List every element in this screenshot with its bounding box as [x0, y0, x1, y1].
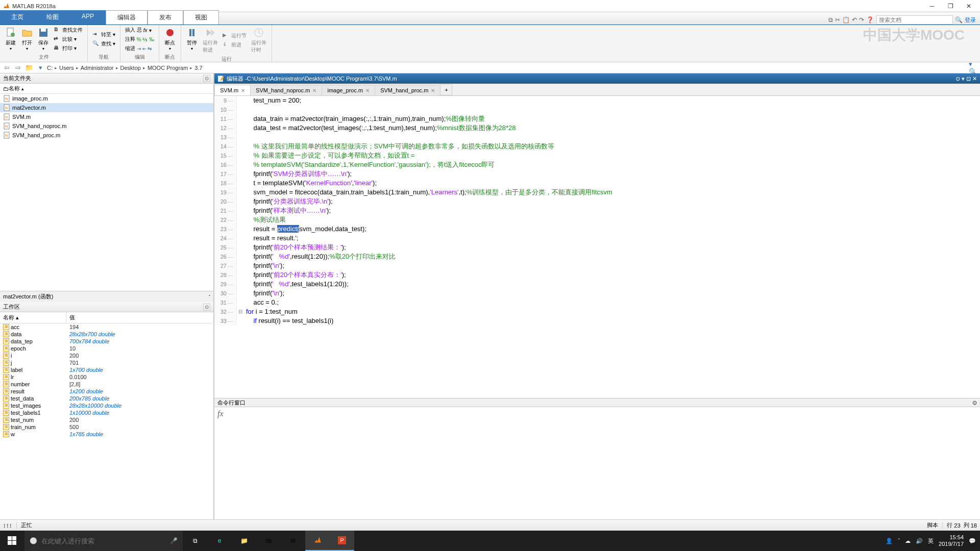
workspace-variable[interactable]: ⊞test_images28x28x10000 double — [0, 402, 213, 409]
editor-tab[interactable]: SVM_hand_proc.m✕ — [375, 85, 440, 95]
workspace-variable[interactable]: ⊞epoch10 — [0, 345, 213, 352]
ribbon-tab-4[interactable]: 发布 — [148, 10, 183, 24]
findfiles-button[interactable]: 🗎查找文件 — [52, 26, 84, 34]
doc-search-input[interactable] — [876, 15, 953, 24]
file-browser[interactable]: 🗀 名称▴ fximage_proc.mfxmat2vector.mfxSVM.… — [0, 84, 213, 291]
compare-button[interactable]: ⇄比较 ▾ — [52, 35, 84, 43]
path-segment[interactable]: 3.7 — [194, 65, 202, 71]
file-name-column[interactable]: 🗀 名称▴ — [0, 84, 213, 94]
ribbon-tab-2[interactable]: APP — [70, 10, 106, 24]
code-editor[interactable]: 9— test_num = 200;10—11— data_train = ma… — [214, 96, 980, 398]
tab-close-icon[interactable]: ✕ — [241, 88, 245, 93]
panel-options-icon[interactable]: ⊙ — [972, 399, 977, 406]
workspace-variable[interactable]: ⊞label1x700 double — [0, 366, 213, 373]
editor-tab[interactable]: image_proc.m✕ — [322, 85, 375, 95]
taskbar-search[interactable]: ⚪🎤 — [24, 531, 183, 551]
editor-tab[interactable]: SVM.m✕ — [214, 85, 251, 95]
new-button[interactable]: 新建▾ — [3, 26, 18, 53]
advance-button[interactable]: ⇓前进 — [221, 41, 248, 49]
cut-icon[interactable]: ✂ — [835, 16, 840, 23]
onedrive-icon[interactable]: ☁ — [905, 538, 911, 544]
pause-button[interactable]: 暂停▾ — [184, 26, 200, 55]
mail-icon[interactable]: ✉ — [281, 531, 305, 551]
workspace-variable[interactable]: ⊞test_num200 — [0, 416, 213, 423]
print-button[interactable]: 🖶打印 ▾ — [52, 44, 84, 53]
notification-icon[interactable]: 💬 — [969, 538, 976, 544]
ribbon-tab-5[interactable]: 视图 — [183, 10, 219, 24]
ribbon-tab-3[interactable]: 编辑器 — [106, 10, 148, 24]
new-tab-button[interactable]: + — [440, 84, 452, 95]
matlab-task-icon[interactable] — [305, 531, 330, 551]
editor-tab[interactable]: SVM_hand_noproc.m✕ — [250, 85, 322, 95]
panel-options-icon[interactable]: ⊙ — [203, 75, 210, 82]
workspace-variable[interactable]: ⊞i200 — [0, 352, 213, 359]
explorer-icon[interactable]: 📁 — [232, 531, 256, 551]
path-segment[interactable]: Desktop — [120, 65, 141, 71]
workspace-variable[interactable]: ⊞data_tep700x784 double — [0, 338, 213, 345]
insert-button[interactable]: 插入 忌 fx ▾ — [124, 26, 156, 34]
workspace-variable[interactable]: ⊞data28x28x700 double — [0, 331, 213, 338]
store-icon[interactable]: 🛍 — [256, 531, 281, 551]
comment-button[interactable]: 注释 % ⅔ ‰ — [124, 35, 156, 43]
workspace-variable[interactable]: ⊞acc194 — [0, 323, 213, 331]
forward-button[interactable]: ⇨ — [13, 63, 22, 72]
run-time-button[interactable]: 运行并 计时 — [249, 26, 268, 55]
breakpoint-button[interactable]: 断点▾ — [162, 26, 178, 53]
redo-icon[interactable]: ↷ — [859, 16, 864, 23]
workspace-variable[interactable]: ⊞result1x200 double — [0, 388, 213, 395]
workspace-variable[interactable]: ⊞j701 — [0, 359, 213, 366]
start-button[interactable] — [0, 531, 24, 551]
maximize-button[interactable]: ❐ — [941, 0, 960, 12]
collapse-icon[interactable]: ˆ — [209, 294, 210, 299]
open-button[interactable]: 打开▾ — [19, 26, 35, 53]
path-segment[interactable]: MOOC Program — [148, 65, 188, 71]
people-icon[interactable]: 👤 — [886, 538, 893, 544]
taskview-button[interactable]: ⧉ — [183, 531, 207, 551]
copy-icon[interactable]: 📋 — [842, 16, 850, 23]
search-icon[interactable]: 🔍 — [955, 16, 963, 23]
minimize-button[interactable]: ─ — [923, 0, 941, 12]
file-item[interactable]: fxSVM_hand_proc.m — [0, 131, 213, 140]
indent-button[interactable]: 缩进 ⇥ ⇤ ⇆ — [124, 44, 156, 53]
file-item[interactable]: fximage_proc.m — [0, 94, 213, 103]
tab-close-icon[interactable]: ✕ — [431, 88, 435, 93]
workspace-variable[interactable]: ⊞lr0.0100 — [0, 373, 213, 381]
run-advance-button[interactable]: 运行并 前进 — [201, 26, 220, 55]
login-link[interactable]: 登录 — [965, 16, 976, 24]
path-segment[interactable]: Administrator — [81, 65, 114, 71]
file-item[interactable]: fxmat2vector.m — [0, 103, 213, 112]
find-button[interactable]: 🔍查找 ▾ — [91, 40, 117, 48]
workspace-variable[interactable]: ⊞train_num500 — [0, 423, 213, 431]
workspace-variable[interactable]: ⊞test_data200x785 double — [0, 395, 213, 402]
path-segment[interactable]: Users — [59, 65, 74, 71]
undo-icon[interactable]: ↶ — [852, 16, 857, 23]
path-options[interactable]: ▾ 🔍 — [969, 63, 978, 72]
powerpoint-task-icon[interactable]: P — [330, 531, 354, 551]
tab-close-icon[interactable]: ✕ — [312, 88, 316, 93]
goto-button[interactable]: ⇥转至 ▾ — [91, 31, 117, 39]
mic-icon[interactable]: 🎤 — [170, 537, 178, 544]
editor-close-icon[interactable]: ⊙ ▾ ⊡ ✕ — [955, 76, 977, 82]
back-button[interactable]: ⇦ — [2, 63, 11, 72]
var-name-column[interactable]: 名称 ▴ — [0, 312, 66, 323]
edge-icon[interactable]: e — [207, 531, 232, 551]
file-item[interactable]: fxSVM_hand_noproc.m — [0, 121, 213, 131]
path-segment[interactable]: C: — [47, 65, 53, 71]
ime-indicator[interactable]: 英 — [928, 537, 934, 545]
workspace-variable[interactable]: ⊞number[2,8] — [0, 381, 213, 388]
help-icon[interactable]: ❓ — [866, 16, 874, 23]
var-value-column[interactable]: 值 — [66, 312, 78, 323]
tray-up-icon[interactable]: ˆ — [898, 538, 900, 544]
command-window[interactable]: fx — [214, 407, 980, 519]
tool-icon[interactable]: ⧉ — [828, 16, 833, 23]
save-button[interactable]: 保存▾ — [36, 26, 51, 53]
volume-icon[interactable]: 🔊 — [916, 538, 923, 544]
panel-options-icon[interactable]: ⊙ — [203, 304, 210, 311]
history-dropdown[interactable]: ▾ — [36, 63, 45, 72]
taskbar-search-input[interactable] — [41, 537, 166, 545]
workspace-variable[interactable]: ⊞test_labels11x10000 double — [0, 409, 213, 416]
ribbon-tab-0[interactable]: 主页 — [0, 10, 35, 24]
file-item[interactable]: fxSVM.m — [0, 112, 213, 121]
up-button[interactable]: 📁 — [24, 63, 34, 72]
workspace-panel[interactable]: 名称 ▴ 值 ⊞acc194⊞data28x28x700 double⊞data… — [0, 312, 213, 519]
